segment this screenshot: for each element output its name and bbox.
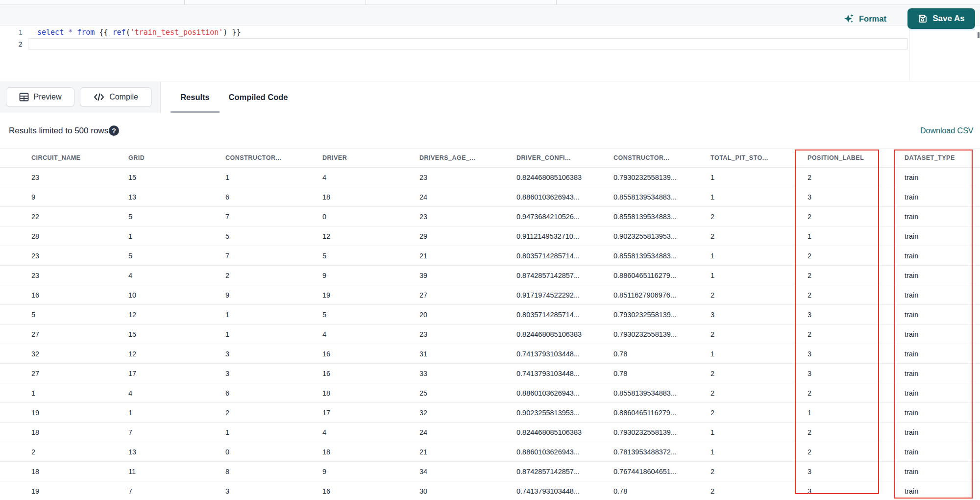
help-icon[interactable]: ? (109, 125, 119, 136)
table-cell: train (905, 468, 980, 475)
code-token: select (37, 28, 64, 37)
sparkles-icon (844, 13, 855, 24)
table-cell: 0.8860103626943... (516, 389, 613, 397)
table-cell: 23 (31, 272, 128, 279)
table-cell: 0.8035714285714... (516, 252, 613, 260)
table-row: 51215200.8035714285714...0.7930232558139… (0, 305, 980, 325)
download-csv-link[interactable]: Download CSV (920, 126, 974, 135)
preview-button[interactable]: Preview (6, 87, 74, 107)
table-cell: 0.9473684210526... (516, 213, 613, 221)
table-cell: 28 (31, 232, 128, 240)
code-token: {{ (95, 28, 112, 37)
table-cell: 19 (31, 487, 128, 495)
code-editor[interactable]: 1 2 select * from {{ ref('train_test_pos… (0, 26, 980, 81)
save-icon (918, 14, 928, 24)
table-cell: 2 (710, 487, 808, 495)
table-cell: 2 (808, 389, 905, 397)
table-cell: 4 (322, 174, 419, 181)
table-cell: 0.8742857142857... (516, 272, 613, 279)
table-cell: 5 (128, 252, 225, 260)
table-cell: train (905, 213, 980, 221)
table-cell: 3 (808, 487, 905, 495)
table-cell: 12 (322, 232, 419, 240)
table-cell: 33 (419, 370, 516, 377)
table-cell: 5 (128, 213, 225, 221)
tab-compiled-code[interactable]: Compiled Code (226, 82, 290, 113)
table-cell: 4 (322, 330, 419, 338)
table-cell: 1 (128, 409, 225, 417)
table-cell: 0.7930232558139... (613, 311, 710, 319)
results-table-body: 231514230.8244680851063830.7930232558139… (0, 168, 980, 500)
table-cell: 19 (322, 291, 419, 299)
table-cell: 3 (808, 311, 905, 319)
table-cell: 2 (808, 272, 905, 279)
table-cell: 0.9023255813953... (516, 409, 613, 417)
format-button-label: Format (859, 14, 886, 24)
sql-ide-page: Format Save As 1 2 select * from {{ ref(… (0, 0, 980, 500)
table-cell: 1 (710, 174, 808, 181)
editor-tab-strip (0, 0, 980, 5)
editor-minimap[interactable] (909, 26, 977, 81)
table-cell: 0.8742857142857... (516, 468, 613, 475)
table-cell: 24 (419, 428, 516, 436)
column-header: DRIVER (322, 154, 419, 161)
table-cell: 0.7674418604651... (613, 468, 710, 475)
table-cell: 7 (128, 487, 225, 495)
table-cell: 31 (419, 350, 516, 358)
table-cell: 3 (225, 350, 322, 358)
table-cell: 23 (419, 213, 516, 221)
active-tab-underline (171, 111, 220, 113)
code-token: ) (223, 28, 227, 37)
table-cell: 16 (322, 370, 419, 377)
table-cell: 0.8558139534883... (613, 252, 710, 260)
table-cell: 0.78 (613, 370, 710, 377)
table-cell: 9 (31, 193, 128, 201)
table-cell: 21 (419, 252, 516, 260)
table-cell: 4 (128, 389, 225, 397)
table-row: 913618240.8860103626943...0.855813953488… (0, 187, 980, 207)
code-icon (94, 93, 104, 101)
table-cell: 1 (225, 174, 322, 181)
results-limit-text: Results limited to 500 rows. (9, 125, 111, 136)
code-token: 'train_test_position' (130, 28, 223, 37)
preview-button-label: Preview (34, 93, 62, 101)
code-token: from (77, 28, 95, 37)
table-cell: 16 (31, 291, 128, 299)
table-cell: 7 (225, 213, 322, 221)
compile-button[interactable]: Compile (80, 87, 152, 107)
code-line-1[interactable]: select * from {{ ref('train_test_positio… (37, 27, 241, 38)
table-cell: 7 (128, 428, 225, 436)
table-cell: 29 (419, 232, 516, 240)
table-cell: 0.824468085106383 (516, 330, 613, 338)
table-cell: 34 (419, 468, 516, 475)
table-row: 1610919270.9171974522292...0.85116279069… (0, 285, 980, 305)
table-cell: 0.8860465116279... (613, 272, 710, 279)
table-cell: 1 (710, 252, 808, 260)
code-token: ( (126, 28, 130, 37)
table-cell: 0 (322, 213, 419, 221)
table-row: 181189340.8742857142857...0.767441860465… (0, 462, 980, 481)
tab-results-label: Results (180, 93, 210, 102)
table-cell: 13 (128, 448, 225, 456)
save-as-button[interactable]: Save As (907, 8, 975, 29)
table-cell: 0.8558139534883... (613, 193, 710, 201)
table-cell: 0.9023255813953... (613, 232, 710, 240)
editor-scrollbar[interactable] (978, 32, 980, 38)
table-cell: train (905, 428, 980, 436)
table-cell: 5 (322, 252, 419, 260)
table-cell: 3 (808, 193, 905, 201)
table-cell: 23 (419, 330, 516, 338)
table-cell: 9 (322, 468, 419, 475)
table-cell: 0.7930232558139... (613, 428, 710, 436)
table-cell: 2 (808, 428, 905, 436)
table-row: 22570230.9473684210526...0.8558139534883… (0, 207, 980, 226)
table-cell: 2 (710, 389, 808, 397)
table-cell: 0.9171974522292... (516, 291, 613, 299)
column-header: CIRCUIT_NAME (31, 154, 128, 161)
column-header: POSITION_LABEL (808, 154, 905, 161)
format-button[interactable]: Format (844, 12, 886, 25)
code-token (73, 28, 77, 37)
table-cell: 27 (31, 330, 128, 338)
table-cell: 1 (808, 232, 905, 240)
tab-results[interactable]: Results (171, 82, 220, 113)
